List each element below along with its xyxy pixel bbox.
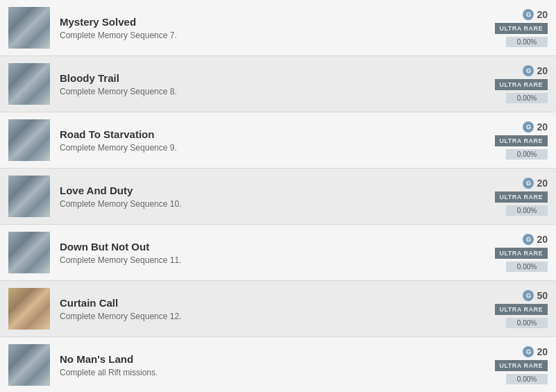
percentage-badge: 0.00% <box>506 374 548 384</box>
achievement-title: Curtain Call <box>60 297 485 309</box>
rarity-badge: ULTRA RARE <box>495 360 548 371</box>
gamerscore-icon: G <box>523 290 534 301</box>
achievement-info: Curtain CallComplete Memory Sequence 12. <box>60 297 485 321</box>
rarity-badge: ULTRA RARE <box>495 23 548 34</box>
achievement-info: No Man's LandComplete all Rift missions. <box>60 353 485 377</box>
points-row: G20 <box>523 178 548 189</box>
achievement-thumbnail <box>8 119 50 161</box>
achievement-thumbnail <box>8 344 50 386</box>
percentage-badge: 0.00% <box>506 205 548 216</box>
points-row: G20 <box>523 121 548 133</box>
achievement-right-panel: G20ULTRA RARE0.00% <box>485 9 548 47</box>
achievement-list: Mystery SolvedComplete Memory Sequence 7… <box>0 0 556 392</box>
achievement-info: Mystery SolvedComplete Memory Sequence 7… <box>60 16 485 40</box>
achievement-info: Love And DutyComplete Memory Sequence 10… <box>60 185 485 209</box>
achievement-right-panel: G20ULTRA RARE0.00% <box>485 346 548 384</box>
achievement-thumbnail <box>8 232 50 273</box>
achievement-title: Mystery Solved <box>60 16 485 28</box>
gamerscore-icon: G <box>523 234 534 245</box>
rarity-badge: ULTRA RARE <box>495 304 548 315</box>
achievement-description: Complete all Rift missions. <box>60 368 485 377</box>
percentage-badge: 0.00% <box>506 318 548 328</box>
achievement-right-panel: G20ULTRA RARE0.00% <box>485 178 548 216</box>
percentage-badge: 0.00% <box>506 93 548 103</box>
achievement-row[interactable]: Road To StarvationComplete Memory Sequen… <box>0 112 556 169</box>
points-row: G20 <box>523 65 548 76</box>
achievement-description: Complete Memory Sequence 8. <box>60 87 485 96</box>
percentage-badge: 0.00% <box>506 262 548 272</box>
achievement-description: Complete Memory Sequence 7. <box>60 31 485 40</box>
points-row: G20 <box>523 234 548 245</box>
points-row: G50 <box>523 290 548 301</box>
achievement-info: Down But Not OutComplete Memory Sequence… <box>60 241 485 265</box>
points-row: G20 <box>523 346 548 357</box>
achievement-right-panel: G20ULTRA RARE0.00% <box>485 234 548 272</box>
achievement-description: Complete Memory Sequence 12. <box>60 312 485 321</box>
rarity-badge: ULTRA RARE <box>495 135 548 146</box>
achievement-description: Complete Memory Sequence 11. <box>60 255 485 265</box>
achievement-row[interactable]: Curtain CallComplete Memory Sequence 12.… <box>0 281 556 337</box>
percentage-badge: 0.00% <box>506 37 548 47</box>
achievement-title: No Man's Land <box>60 353 485 365</box>
points-value: 20 <box>537 234 548 245</box>
points-value: 20 <box>537 65 548 76</box>
points-value: 50 <box>537 290 548 301</box>
achievement-title: Down But Not Out <box>60 241 485 253</box>
achievement-row[interactable]: Bloody TrailComplete Memory Sequence 8.G… <box>0 56 556 112</box>
gamerscore-icon: G <box>523 65 534 76</box>
gamerscore-icon: G <box>523 346 534 357</box>
rarity-badge: ULTRA RARE <box>495 191 548 203</box>
rarity-badge: ULTRA RARE <box>495 79 548 90</box>
points-value: 20 <box>537 346 548 357</box>
achievement-info: Bloody TrailComplete Memory Sequence 8. <box>60 72 485 96</box>
achievement-row[interactable]: Down But Not OutComplete Memory Sequence… <box>0 225 556 281</box>
points-value: 20 <box>537 178 548 189</box>
achievement-row[interactable]: No Man's LandComplete all Rift missions.… <box>0 337 556 392</box>
gamerscore-icon: G <box>523 121 534 133</box>
rarity-badge: ULTRA RARE <box>495 248 548 259</box>
percentage-badge: 0.00% <box>506 149 548 160</box>
achievement-info: Road To StarvationComplete Memory Sequen… <box>60 128 485 153</box>
points-value: 20 <box>537 9 548 20</box>
gamerscore-icon: G <box>523 178 534 189</box>
achievement-description: Complete Memory Sequence 9. <box>60 143 485 153</box>
achievement-row[interactable]: Mystery SolvedComplete Memory Sequence 7… <box>0 0 556 56</box>
achievement-description: Complete Memory Sequence 10. <box>60 199 485 209</box>
achievement-right-panel: G20ULTRA RARE0.00% <box>485 121 548 160</box>
achievement-thumbnail <box>8 288 50 330</box>
achievement-title: Love And Duty <box>60 185 485 196</box>
points-row: G20 <box>523 9 548 20</box>
achievement-thumbnail <box>8 176 50 217</box>
achievement-title: Road To Starvation <box>60 128 485 140</box>
achievement-title: Bloody Trail <box>60 72 485 84</box>
achievement-row[interactable]: Love And DutyComplete Memory Sequence 10… <box>0 169 556 225</box>
gamerscore-icon: G <box>523 9 534 20</box>
achievement-thumbnail <box>8 63 50 105</box>
points-value: 20 <box>537 121 548 133</box>
achievement-right-panel: G20ULTRA RARE0.00% <box>485 65 548 103</box>
achievement-right-panel: G50ULTRA RARE0.00% <box>485 290 548 328</box>
achievement-thumbnail <box>8 7 50 49</box>
